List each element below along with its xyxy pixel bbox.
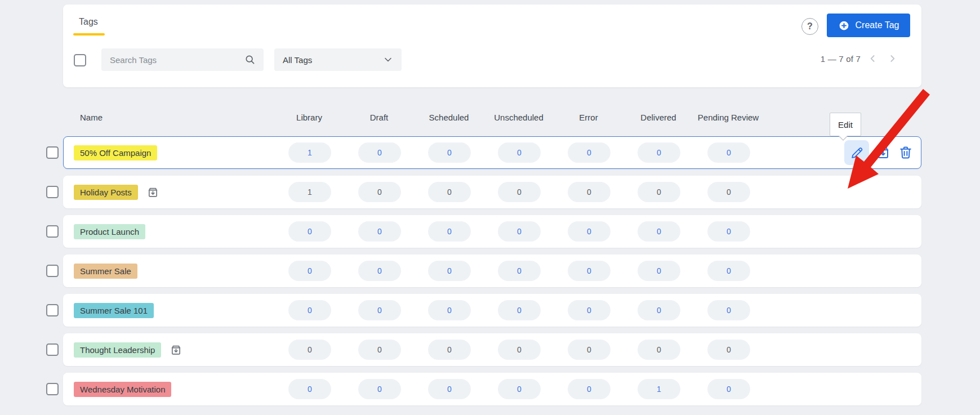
- row-checkbox[interactable]: [46, 265, 59, 277]
- create-tag-button[interactable]: Create Tag: [827, 14, 910, 37]
- tag-row-card[interactable]: Summer Sale0000000: [63, 255, 921, 287]
- count-pill-scheduled[interactable]: 0: [428, 340, 471, 360]
- search-icon: [244, 53, 256, 66]
- count-pill-library[interactable]: 0: [288, 379, 331, 399]
- count-cell: 0: [624, 221, 694, 242]
- tag-chip[interactable]: Thought Leadership: [74, 342, 161, 358]
- count-pill-library[interactable]: 0: [288, 221, 331, 242]
- count-pill-pending-review[interactable]: 0: [707, 261, 750, 281]
- export-button[interactable]: [875, 144, 892, 161]
- count-pill-pending-review[interactable]: 0: [707, 379, 750, 399]
- count-cell: 0: [694, 142, 764, 163]
- tag-name-cell: Summer Sale 101: [64, 303, 275, 318]
- count-pill-pending-review[interactable]: 0: [707, 340, 750, 360]
- edit-tooltip-label: Edit: [838, 120, 853, 130]
- tag-chip[interactable]: Holiday Posts: [74, 185, 138, 200]
- tag-row-card[interactable]: Product Launch0000000: [63, 215, 921, 248]
- tag-row: Summer Sale0000000: [63, 255, 921, 287]
- count-pill-error[interactable]: 0: [568, 379, 611, 399]
- count-pill-error[interactable]: 0: [568, 142, 611, 163]
- row-checkbox[interactable]: [46, 343, 59, 356]
- count-cell: 0: [484, 221, 554, 242]
- count-pill-unscheduled[interactable]: 0: [498, 300, 541, 320]
- tag-row-card[interactable]: Thought Leadership0000000: [63, 333, 921, 366]
- count-pill-unscheduled[interactable]: 0: [498, 142, 541, 163]
- tag-row-card[interactable]: Holiday Posts1000000: [63, 176, 921, 208]
- count-pill-unscheduled[interactable]: 0: [498, 261, 541, 281]
- row-checkbox[interactable]: [46, 186, 59, 198]
- count-pill-scheduled[interactable]: 0: [428, 221, 471, 242]
- count-cell: 0: [415, 261, 484, 281]
- count-pill-unscheduled[interactable]: 0: [498, 182, 541, 202]
- row-checkbox[interactable]: [46, 146, 59, 159]
- tag-chip[interactable]: 50% Off Campaign: [74, 145, 157, 160]
- delete-button[interactable]: [897, 144, 914, 161]
- count-pill-delivered[interactable]: 0: [638, 182, 680, 202]
- count-pill-unscheduled[interactable]: 0: [498, 379, 541, 399]
- count-pill-scheduled[interactable]: 0: [428, 379, 471, 399]
- count-pill-delivered[interactable]: 0: [638, 261, 680, 281]
- count-pill-scheduled[interactable]: 0: [428, 261, 471, 281]
- help-icon[interactable]: ?: [801, 18, 818, 35]
- count-pill-draft[interactable]: 0: [358, 261, 401, 281]
- count-pill-draft[interactable]: 0: [358, 379, 401, 399]
- count-pill-delivered[interactable]: 0: [638, 300, 680, 320]
- row-checkbox[interactable]: [46, 225, 59, 238]
- count-cell: 0: [415, 142, 484, 163]
- select-all-checkbox[interactable]: [74, 54, 86, 66]
- count-pill-pending-review[interactable]: 0: [707, 221, 750, 242]
- plus-circle-icon: [838, 20, 850, 32]
- tag-chip[interactable]: Product Launch: [74, 224, 145, 239]
- count-pill-error[interactable]: 0: [568, 221, 611, 242]
- tag-name-cell: Product Launch: [64, 224, 275, 239]
- count-pill-draft[interactable]: 0: [358, 142, 401, 163]
- count-pill-unscheduled[interactable]: 0: [498, 221, 541, 242]
- count-pill-library[interactable]: 1: [288, 142, 331, 163]
- count-pill-library[interactable]: 0: [288, 340, 331, 360]
- count-pill-pending-review[interactable]: 0: [707, 300, 750, 320]
- tag-row-card[interactable]: Summer Sale 1010000000: [63, 294, 921, 327]
- count-pill-scheduled[interactable]: 0: [428, 300, 471, 320]
- count-pill-draft[interactable]: 0: [358, 182, 401, 202]
- tag-row-card[interactable]: Wednesday Motivation0000010: [63, 373, 921, 405]
- count-pill-delivered[interactable]: 0: [638, 142, 680, 163]
- edit-button[interactable]: [844, 140, 869, 165]
- tag-chip[interactable]: Summer Sale: [74, 264, 137, 279]
- count-pill-unscheduled[interactable]: 0: [498, 340, 541, 360]
- count-pill-error[interactable]: 0: [568, 261, 611, 281]
- count-cell: 0: [345, 379, 415, 399]
- tag-chip[interactable]: Wednesday Motivation: [74, 382, 171, 397]
- search-input[interactable]: [101, 55, 244, 65]
- count-pill-scheduled[interactable]: 0: [428, 142, 471, 163]
- count-pill-library[interactable]: 1: [288, 182, 331, 202]
- tab-tags[interactable]: Tags: [79, 17, 98, 27]
- count-cell: 0: [345, 142, 415, 163]
- count-pill-draft[interactable]: 0: [358, 340, 401, 360]
- tag-chip[interactable]: Summer Sale 101: [74, 303, 154, 318]
- row-checkbox[interactable]: [46, 383, 59, 395]
- chevron-right-icon[interactable]: [885, 52, 899, 65]
- count-pill-delivered[interactable]: 0: [638, 221, 680, 242]
- count-pill-library[interactable]: 0: [288, 261, 331, 281]
- count-pill-error[interactable]: 0: [568, 300, 611, 320]
- tag-name-cell: Summer Sale: [64, 264, 275, 279]
- count-pill-pending-review[interactable]: 0: [707, 182, 750, 202]
- row-checkbox[interactable]: [46, 304, 59, 316]
- count-cell: 0: [624, 182, 694, 202]
- count-pill-delivered[interactable]: 1: [638, 379, 680, 399]
- count-pill-pending-review[interactable]: 0: [707, 142, 750, 163]
- pagination: 1 — 7 of 7: [821, 52, 899, 65]
- tags-page: Tags All Tags ?: [0, 0, 980, 415]
- tag-filter-value: All Tags: [274, 55, 312, 65]
- count-pill-library[interactable]: 0: [288, 300, 331, 320]
- count-pill-scheduled[interactable]: 0: [428, 182, 471, 202]
- count-pill-draft[interactable]: 0: [358, 300, 401, 320]
- count-pill-error[interactable]: 0: [568, 182, 611, 202]
- tag-filter-dropdown[interactable]: All Tags: [274, 48, 402, 71]
- tag-row-card[interactable]: 50% Off Campaign1000000: [63, 136, 921, 169]
- count-pill-error[interactable]: 0: [568, 340, 611, 360]
- trash-icon: [897, 144, 914, 161]
- chevron-left-icon[interactable]: [866, 52, 880, 65]
- count-pill-delivered[interactable]: 0: [638, 340, 680, 360]
- count-pill-draft[interactable]: 0: [358, 221, 401, 242]
